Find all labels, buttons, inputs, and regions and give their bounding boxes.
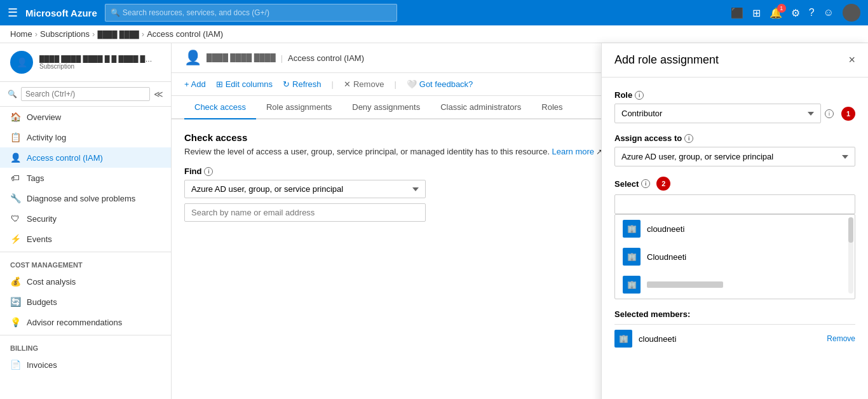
sidebar-item-cost-analysis[interactable]: 💰 Cost analysis bbox=[0, 271, 171, 292]
add-button[interactable]: + Add bbox=[184, 78, 206, 90]
result-name-1: cloudneeti bbox=[647, 224, 684, 234]
portal-icon[interactable]: ⊞ bbox=[752, 7, 761, 19]
result-blurred[interactable]: 🏢 bbox=[615, 271, 855, 299]
learn-more-link[interactable]: Learn more bbox=[552, 147, 594, 156]
global-search-input[interactable] bbox=[123, 8, 391, 17]
role-select[interactable]: Contributor bbox=[614, 104, 821, 123]
sidebar-item-budgets[interactable]: 🔄 Budgets bbox=[0, 292, 171, 312]
sidebar-collapse-icon[interactable]: ≪ bbox=[154, 89, 163, 99]
breadcrumb-subscription-name[interactable]: ████ ████ bbox=[97, 30, 139, 38]
hamburger-icon[interactable]: ☰ bbox=[8, 6, 18, 20]
tab-classic-admins[interactable]: Classic administrators bbox=[430, 96, 531, 119]
brand-name: Microsoft Azure bbox=[25, 8, 97, 18]
sidebar-item-overview[interactable]: 🏠 Overview bbox=[0, 107, 171, 127]
find-label: Find i bbox=[184, 166, 664, 176]
activity-log-icon: 📋 bbox=[10, 132, 20, 142]
contributor-info-icon: i bbox=[825, 109, 834, 118]
add-role-panel: Add role assignment × Role i Contributor… bbox=[601, 43, 868, 399]
tab-role-assignments[interactable]: Role assignments bbox=[256, 96, 342, 119]
result-icon-3: 🏢 bbox=[623, 276, 641, 294]
settings-icon[interactable]: ⚙ bbox=[791, 7, 800, 19]
sidebar-overview-label: Overview bbox=[27, 112, 61, 122]
search-results-dropdown: 🏢 cloudneeti 🏢 Cloudneeti 🏢 bbox=[614, 214, 855, 299]
notification-badge: 1 bbox=[777, 4, 786, 13]
feedback-icon[interactable]: ☺ bbox=[824, 7, 834, 18]
result-cloudneeti-1[interactable]: 🏢 cloudneeti bbox=[615, 215, 855, 243]
selected-members-label: Selected members: bbox=[614, 309, 855, 319]
page-title-area: ████ ████ ████ | Access control (IAM) bbox=[207, 53, 364, 63]
select-input[interactable]: cloudneeti bbox=[614, 194, 855, 214]
tab-roles[interactable]: Roles bbox=[531, 96, 573, 119]
remove-button[interactable]: ✕ Remove bbox=[344, 78, 384, 90]
role-label: Role i bbox=[614, 90, 855, 100]
result-cloudneeti-2[interactable]: 🏢 Cloudneeti bbox=[615, 243, 855, 271]
edit-columns-button[interactable]: ⊞ Edit columns bbox=[216, 78, 273, 90]
budgets-icon: 🔄 bbox=[10, 297, 20, 307]
assign-label: Assign access to i bbox=[614, 133, 855, 143]
page-title: Access control (IAM) bbox=[288, 53, 364, 63]
nav-icons: ⬛ ⊞ 🔔 1 ⚙ ? ☺ bbox=[731, 4, 860, 22]
role-info-icon: i bbox=[635, 91, 644, 100]
result-icon-1: 🏢 bbox=[623, 220, 641, 238]
feedback-icon: 🤍 bbox=[407, 79, 417, 89]
step1-badge: 1 bbox=[841, 107, 855, 121]
selected-member-icon: 🏢 bbox=[614, 330, 632, 348]
sidebar-item-invoices[interactable]: 📄 Invoices bbox=[0, 355, 171, 375]
breadcrumb-home[interactable]: Home bbox=[10, 29, 32, 39]
sidebar-activity-label: Activity log bbox=[27, 133, 66, 142]
sidebar-item-advisor[interactable]: 💡 Advisor recommendations bbox=[0, 312, 171, 332]
tab-check-access[interactable]: Check access bbox=[184, 96, 256, 119]
top-navigation: ☰ Microsoft Azure 🔍 ⬛ ⊞ 🔔 1 ⚙ ? ☺ bbox=[0, 0, 868, 25]
sidebar-invoices-label: Invoices bbox=[27, 360, 57, 370]
sidebar-tags-label: Tags bbox=[27, 173, 44, 183]
columns-icon: ⊞ bbox=[216, 79, 223, 89]
result-icon-2: 🏢 bbox=[623, 248, 641, 266]
dropdown-scrollbar[interactable] bbox=[848, 217, 853, 294]
diagnose-icon: 🔧 bbox=[10, 193, 20, 203]
panel-body: Role i Contributor i 1 Assign access to … bbox=[602, 78, 868, 399]
sidebar-item-security[interactable]: 🛡 Security bbox=[0, 208, 171, 229]
tab-deny-assignments[interactable]: Deny assignments bbox=[342, 96, 430, 119]
panel-close-button[interactable]: × bbox=[848, 53, 855, 67]
breadcrumb-subscriptions[interactable]: Subscriptions bbox=[40, 29, 90, 39]
selected-member-cloudneeti: 🏢 cloudneeti Remove bbox=[614, 324, 855, 353]
invoices-icon: 📄 bbox=[10, 360, 20, 370]
sidebar-diagnose-label: Diagnose and solve problems bbox=[27, 194, 135, 203]
selected-members-section: Selected members: 🏢 cloudneeti Remove bbox=[614, 309, 855, 353]
sidebar-item-activity-log[interactable]: 📋 Activity log bbox=[0, 127, 171, 147]
sidebar-search-input[interactable] bbox=[21, 87, 150, 101]
notifications-icon[interactable]: 🔔 1 bbox=[770, 7, 782, 19]
security-icon: 🛡 bbox=[10, 213, 20, 224]
sidebar-events-label: Events bbox=[27, 234, 52, 244]
global-search-bar[interactable]: 🔍 bbox=[105, 4, 397, 22]
result-blurred-text bbox=[647, 281, 723, 288]
sidebar-item-diagnose[interactable]: 🔧 Diagnose and solve problems bbox=[0, 188, 171, 208]
step2-badge: 2 bbox=[656, 177, 670, 191]
find-info-icon: i bbox=[204, 167, 213, 176]
subscription-icon: 👤 bbox=[10, 51, 33, 74]
advisor-icon: 💡 bbox=[10, 317, 20, 327]
sidebar-item-tags[interactable]: 🏷 Tags bbox=[0, 168, 171, 188]
check-access-desc: Review the level of access a user, group… bbox=[184, 147, 664, 156]
cloud-shell-icon[interactable]: ⬛ bbox=[731, 7, 743, 19]
find-search-input[interactable] bbox=[184, 203, 426, 222]
cost-analysis-icon: 💰 bbox=[10, 276, 20, 287]
sidebar-item-events[interactable]: ⚡ Events bbox=[0, 229, 171, 249]
sidebar-search-area: 🔍 ≪ bbox=[0, 82, 171, 107]
sidebar-item-access-control[interactable]: 👤 Access control (IAM) bbox=[0, 147, 171, 168]
feedback-button[interactable]: 🤍 Got feedback? bbox=[407, 78, 473, 90]
help-icon[interactable]: ? bbox=[809, 7, 815, 18]
breadcrumb-current: Access control (IAM) bbox=[147, 29, 223, 39]
selected-member-name: cloudneeti bbox=[639, 334, 820, 344]
sidebar-header: 👤 ████ ████ ████ █ █ ████ ███ ██████ Sub… bbox=[0, 43, 171, 82]
assign-access-field-group: Assign access to i Azure AD user, group,… bbox=[614, 133, 855, 166]
refresh-button[interactable]: ↻ Refresh bbox=[283, 78, 322, 90]
assign-access-select[interactable]: Azure AD user, group, or service princip… bbox=[614, 147, 855, 166]
tags-icon: 🏷 bbox=[10, 173, 20, 183]
sidebar-budgets-label: Budgets bbox=[27, 297, 57, 307]
role-field-group: Role i Contributor i 1 bbox=[614, 90, 855, 123]
user-avatar[interactable] bbox=[843, 4, 860, 22]
selected-member-remove-button[interactable]: Remove bbox=[827, 334, 855, 343]
dropdown-scrollbar-thumb bbox=[848, 217, 853, 243]
find-type-select[interactable]: Azure AD user, group, or service princip… bbox=[184, 180, 426, 198]
